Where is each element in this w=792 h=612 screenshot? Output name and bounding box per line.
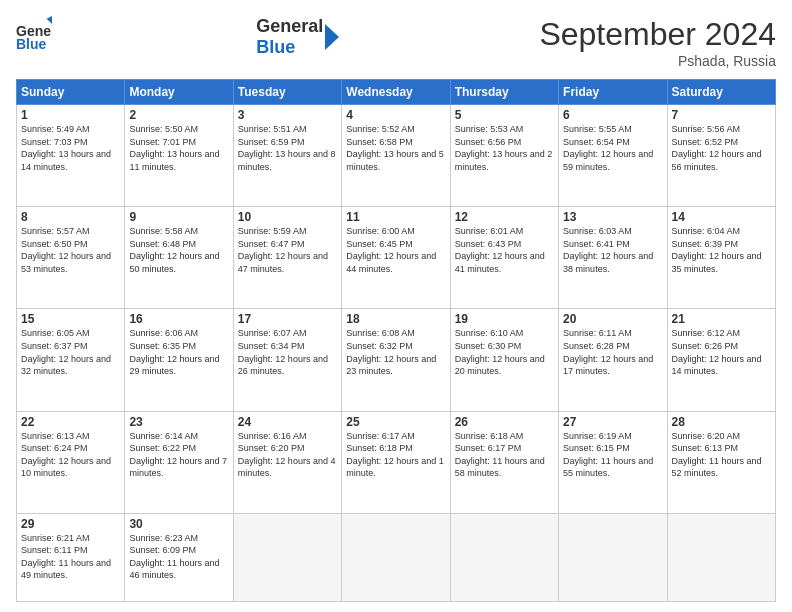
day-info: Sunrise: 6:10 AM Sunset: 6:30 PM Dayligh… xyxy=(455,327,554,377)
day-info: Sunrise: 6:16 AM Sunset: 6:20 PM Dayligh… xyxy=(238,430,337,480)
col-saturday: Saturday xyxy=(667,80,775,105)
week-row-5: 29 Sunrise: 6:21 AM Sunset: 6:11 PM Dayl… xyxy=(17,513,776,601)
day-info: Sunrise: 5:57 AM Sunset: 6:50 PM Dayligh… xyxy=(21,225,120,275)
day-number: 16 xyxy=(129,312,228,326)
col-thursday: Thursday xyxy=(450,80,558,105)
day-number: 13 xyxy=(563,210,662,224)
calendar-cell: 9 Sunrise: 5:58 AM Sunset: 6:48 PM Dayli… xyxy=(125,207,233,309)
day-info: Sunrise: 5:49 AM Sunset: 7:03 PM Dayligh… xyxy=(21,123,120,173)
day-info: Sunrise: 6:05 AM Sunset: 6:37 PM Dayligh… xyxy=(21,327,120,377)
day-number: 20 xyxy=(563,312,662,326)
location: Pshada, Russia xyxy=(539,53,776,69)
day-number: 24 xyxy=(238,415,337,429)
day-number: 3 xyxy=(238,108,337,122)
day-number: 8 xyxy=(21,210,120,224)
day-info: Sunrise: 5:53 AM Sunset: 6:56 PM Dayligh… xyxy=(455,123,554,173)
calendar-cell: 23 Sunrise: 6:14 AM Sunset: 6:22 PM Dayl… xyxy=(125,411,233,513)
title-block: September 2024 Pshada, Russia xyxy=(539,16,776,69)
week-row-3: 15 Sunrise: 6:05 AM Sunset: 6:37 PM Dayl… xyxy=(17,309,776,411)
calendar-cell: 21 Sunrise: 6:12 AM Sunset: 6:26 PM Dayl… xyxy=(667,309,775,411)
logo: General Blue xyxy=(16,16,56,56)
calendar-cell: 22 Sunrise: 6:13 AM Sunset: 6:24 PM Dayl… xyxy=(17,411,125,513)
calendar-cell: 29 Sunrise: 6:21 AM Sunset: 6:11 PM Dayl… xyxy=(17,513,125,601)
day-info: Sunrise: 6:18 AM Sunset: 6:17 PM Dayligh… xyxy=(455,430,554,480)
day-number: 25 xyxy=(346,415,445,429)
calendar-cell: 17 Sunrise: 6:07 AM Sunset: 6:34 PM Dayl… xyxy=(233,309,341,411)
day-info: Sunrise: 5:56 AM Sunset: 6:52 PM Dayligh… xyxy=(672,123,771,173)
day-info: Sunrise: 6:06 AM Sunset: 6:35 PM Dayligh… xyxy=(129,327,228,377)
day-number: 29 xyxy=(21,517,120,531)
calendar-cell: 6 Sunrise: 5:55 AM Sunset: 6:54 PM Dayli… xyxy=(559,105,667,207)
day-number: 18 xyxy=(346,312,445,326)
day-info: Sunrise: 5:55 AM Sunset: 6:54 PM Dayligh… xyxy=(563,123,662,173)
day-number: 9 xyxy=(129,210,228,224)
calendar-cell: 28 Sunrise: 6:20 AM Sunset: 6:13 PM Dayl… xyxy=(667,411,775,513)
calendar-cell xyxy=(559,513,667,601)
calendar-cell: 14 Sunrise: 6:04 AM Sunset: 6:39 PM Dayl… xyxy=(667,207,775,309)
calendar-cell xyxy=(667,513,775,601)
day-number: 23 xyxy=(129,415,228,429)
day-info: Sunrise: 6:13 AM Sunset: 6:24 PM Dayligh… xyxy=(21,430,120,480)
day-number: 17 xyxy=(238,312,337,326)
calendar-cell: 15 Sunrise: 6:05 AM Sunset: 6:37 PM Dayl… xyxy=(17,309,125,411)
calendar-cell: 18 Sunrise: 6:08 AM Sunset: 6:32 PM Dayl… xyxy=(342,309,450,411)
col-sunday: Sunday xyxy=(17,80,125,105)
day-info: Sunrise: 5:51 AM Sunset: 6:59 PM Dayligh… xyxy=(238,123,337,173)
day-info: Sunrise: 5:59 AM Sunset: 6:47 PM Dayligh… xyxy=(238,225,337,275)
page: General Blue GeneralBlue September 2024 … xyxy=(0,0,792,612)
week-row-4: 22 Sunrise: 6:13 AM Sunset: 6:24 PM Dayl… xyxy=(17,411,776,513)
col-friday: Friday xyxy=(559,80,667,105)
day-number: 14 xyxy=(672,210,771,224)
day-number: 15 xyxy=(21,312,120,326)
calendar-cell: 19 Sunrise: 6:10 AM Sunset: 6:30 PM Dayl… xyxy=(450,309,558,411)
month-title: September 2024 xyxy=(539,16,776,53)
day-number: 6 xyxy=(563,108,662,122)
day-number: 19 xyxy=(455,312,554,326)
day-number: 28 xyxy=(672,415,771,429)
day-number: 5 xyxy=(455,108,554,122)
calendar-cell: 2 Sunrise: 5:50 AM Sunset: 7:01 PM Dayli… xyxy=(125,105,233,207)
calendar-cell: 4 Sunrise: 5:52 AM Sunset: 6:58 PM Dayli… xyxy=(342,105,450,207)
logo-arrow-icon xyxy=(325,24,339,50)
day-info: Sunrise: 6:07 AM Sunset: 6:34 PM Dayligh… xyxy=(238,327,337,377)
day-number: 11 xyxy=(346,210,445,224)
day-number: 10 xyxy=(238,210,337,224)
day-number: 2 xyxy=(129,108,228,122)
day-info: Sunrise: 6:12 AM Sunset: 6:26 PM Dayligh… xyxy=(672,327,771,377)
day-number: 7 xyxy=(672,108,771,122)
calendar-cell: 30 Sunrise: 6:23 AM Sunset: 6:09 PM Dayl… xyxy=(125,513,233,601)
col-wednesday: Wednesday xyxy=(342,80,450,105)
day-number: 26 xyxy=(455,415,554,429)
day-info: Sunrise: 6:03 AM Sunset: 6:41 PM Dayligh… xyxy=(563,225,662,275)
day-number: 12 xyxy=(455,210,554,224)
logo-container: GeneralBlue xyxy=(256,16,339,57)
day-number: 4 xyxy=(346,108,445,122)
day-info: Sunrise: 6:00 AM Sunset: 6:45 PM Dayligh… xyxy=(346,225,445,275)
day-info: Sunrise: 5:58 AM Sunset: 6:48 PM Dayligh… xyxy=(129,225,228,275)
calendar-table: Sunday Monday Tuesday Wednesday Thursday… xyxy=(16,79,776,602)
day-info: Sunrise: 6:08 AM Sunset: 6:32 PM Dayligh… xyxy=(346,327,445,377)
day-number: 30 xyxy=(129,517,228,531)
calendar-cell: 20 Sunrise: 6:11 AM Sunset: 6:28 PM Dayl… xyxy=(559,309,667,411)
header-row: Sunday Monday Tuesday Wednesday Thursday… xyxy=(17,80,776,105)
week-row-2: 8 Sunrise: 5:57 AM Sunset: 6:50 PM Dayli… xyxy=(17,207,776,309)
svg-text:Blue: Blue xyxy=(16,36,47,52)
calendar-cell: 7 Sunrise: 5:56 AM Sunset: 6:52 PM Dayli… xyxy=(667,105,775,207)
calendar-cell: 1 Sunrise: 5:49 AM Sunset: 7:03 PM Dayli… xyxy=(17,105,125,207)
calendar-cell xyxy=(233,513,341,601)
col-tuesday: Tuesday xyxy=(233,80,341,105)
day-info: Sunrise: 6:01 AM Sunset: 6:43 PM Dayligh… xyxy=(455,225,554,275)
day-info: Sunrise: 6:04 AM Sunset: 6:39 PM Dayligh… xyxy=(672,225,771,275)
header: General Blue GeneralBlue September 2024 … xyxy=(16,16,776,69)
calendar-cell: 3 Sunrise: 5:51 AM Sunset: 6:59 PM Dayli… xyxy=(233,105,341,207)
calendar-cell: 8 Sunrise: 5:57 AM Sunset: 6:50 PM Dayli… xyxy=(17,207,125,309)
logo-icon: General Blue xyxy=(16,16,52,52)
day-info: Sunrise: 6:20 AM Sunset: 6:13 PM Dayligh… xyxy=(672,430,771,480)
day-info: Sunrise: 6:21 AM Sunset: 6:11 PM Dayligh… xyxy=(21,532,120,582)
calendar-cell: 10 Sunrise: 5:59 AM Sunset: 6:47 PM Dayl… xyxy=(233,207,341,309)
day-info: Sunrise: 6:19 AM Sunset: 6:15 PM Dayligh… xyxy=(563,430,662,480)
day-number: 22 xyxy=(21,415,120,429)
day-info: Sunrise: 6:23 AM Sunset: 6:09 PM Dayligh… xyxy=(129,532,228,582)
calendar-cell: 5 Sunrise: 5:53 AM Sunset: 6:56 PM Dayli… xyxy=(450,105,558,207)
calendar-cell: 16 Sunrise: 6:06 AM Sunset: 6:35 PM Dayl… xyxy=(125,309,233,411)
